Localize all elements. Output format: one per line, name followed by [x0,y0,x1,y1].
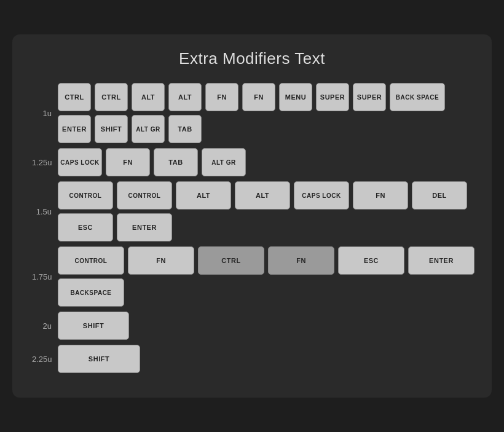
row-group-175u: 1.75u CONTROL FN CTRL FN ESC ENTER BACKS… [32,246,472,307]
key-capslock-125u[interactable]: CAPS LOCK [58,148,102,176]
key-fn-2[interactable]: FN [242,83,275,111]
label-125u: 1.25u [32,158,58,167]
label-225u: 2.25u [32,355,58,364]
keys-column-125u: CAPS LOCK FN TAB ALT GR [58,148,246,176]
keys-column-1u: CTRL CTRL ALT ALT FN FN MENU SUPER SUPER… [58,83,445,143]
keys-column-15u: CONTROL CONTROL ALT ALT CAPS LOCK FN DEL… [58,181,467,242]
key-enter-15u[interactable]: ENTER [117,213,172,242]
keys-row-1u-1: CTRL CTRL ALT ALT FN FN MENU SUPER SUPER… [58,83,445,111]
label-15u: 1.5u [32,207,58,216]
key-alt-2[interactable]: ALT [168,83,202,111]
key-ctrl-175u[interactable]: CTRL [198,246,264,275]
label-1u: 1u [32,109,58,118]
row-group-125u: 1.25u CAPS LOCK FN TAB ALT GR [32,148,472,176]
row-group-15u: 1.5u CONTROL CONTROL ALT ALT CAPS LOCK F… [32,181,472,242]
key-del-15u[interactable]: DEL [412,181,467,210]
key-ctrl-2[interactable]: CTRL [95,83,128,111]
key-super-2[interactable]: SUPER [353,83,386,111]
row-group-2u: 2u SHIFT [32,312,472,340]
key-shift-1u[interactable]: SHIFT [95,115,128,143]
keys-column-225u: SHIFT [58,345,140,373]
key-control-175u[interactable]: CONTROL [58,246,124,275]
key-capslock-15u[interactable]: CAPS LOCK [294,181,349,210]
key-fn-1[interactable]: FN [205,83,238,111]
page-title: Extra Modifiers Text [32,49,472,68]
keys-row-125u-1: CAPS LOCK FN TAB ALT GR [58,148,246,176]
keyboard-section: 1u CTRL CTRL ALT ALT FN FN MENU SUPER SU… [32,83,472,378]
key-alt-15u-2[interactable]: ALT [235,181,290,210]
key-super-1[interactable]: SUPER [316,83,349,111]
key-shift-225u[interactable]: SHIFT [58,345,140,373]
label-2u: 2u [32,321,58,331]
key-tab-1u[interactable]: TAB [168,115,202,143]
key-ctrl-1[interactable]: CTRL [58,83,91,111]
keys-column-2u: SHIFT [58,312,129,340]
main-container: Extra Modifiers Text 1u CTRL CTRL ALT AL… [12,34,492,398]
key-shift-2u[interactable]: SHIFT [58,312,129,340]
key-enter-1u[interactable]: ENTER [58,115,91,143]
keys-row-1u-2: ENTER SHIFT ALT GR TAB [58,115,445,143]
key-fn-175u[interactable]: FN [128,246,194,275]
key-backspace-top[interactable]: BACK SPACE [390,83,445,111]
key-menu[interactable]: MENU [279,83,312,111]
label-175u: 1.75u [32,272,58,281]
key-enter-175u[interactable]: ENTER [408,246,474,275]
key-altgr-1u[interactable]: ALT GR [132,115,165,143]
keys-row-15u-2: ESC ENTER [58,213,467,242]
keys-row-2u-1: SHIFT [58,312,129,340]
keys-row-175u-1: CONTROL FN CTRL FN ESC ENTER [58,246,474,275]
key-alt-15u-1[interactable]: ALT [176,181,231,210]
keys-row-175u-2: BACKSPACE [58,278,474,307]
keys-column-175u: CONTROL FN CTRL FN ESC ENTER BACKSPACE [58,246,474,307]
keys-row-225u-1: SHIFT [58,345,140,373]
keys-row-15u-1: CONTROL CONTROL ALT ALT CAPS LOCK FN DEL [58,181,467,210]
key-tab-125u[interactable]: TAB [154,148,198,176]
row-group-1u: 1u CTRL CTRL ALT ALT FN FN MENU SUPER SU… [32,83,472,143]
key-backspace-175u[interactable]: BACKSPACE [58,278,124,307]
key-fn2-175u[interactable]: FN [268,246,334,275]
key-control-15u-1[interactable]: CONTROL [58,181,113,210]
key-esc-15u[interactable]: ESC [58,213,113,242]
key-esc-175u[interactable]: ESC [338,246,404,275]
key-fn-125u[interactable]: FN [106,148,150,176]
key-altgr-125u[interactable]: ALT GR [202,148,246,176]
key-fn-15u[interactable]: FN [353,181,408,210]
key-control-15u-2[interactable]: CONTROL [117,181,172,210]
key-alt-1[interactable]: ALT [132,83,165,111]
row-group-225u: 2.25u SHIFT [32,345,472,373]
